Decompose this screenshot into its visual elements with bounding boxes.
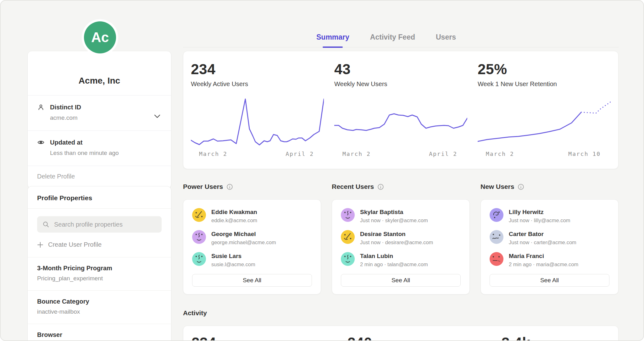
user-avatar: .fd{fill:rgba(45,45,45,.8)}.fs{fill:none… <box>490 208 503 222</box>
property-row[interactable]: Bounce Categoryinactive-mailbox <box>28 290 171 324</box>
user-list-item[interactable]: .fd{fill:rgba(45,45,45,.8)}.fs{fill:none… <box>192 208 312 223</box>
summary-stats-card: 234Weekly Active UsersMarch 2April 243We… <box>183 51 619 169</box>
activity-stat-value: 3.4k <box>502 334 530 341</box>
sparkline-chart <box>191 98 324 146</box>
section-title: Recent Users <box>332 183 374 190</box>
user-text: Lilly HerwitzJust now · lilly@acme.com <box>509 208 570 223</box>
avatar-face: .fd{fill:rgba(45,45,45,.8)}.fs{fill:none… <box>341 208 355 222</box>
sparkline-svg <box>478 98 611 146</box>
activity-title: Activity <box>183 309 207 317</box>
section-title: New Users <box>480 183 514 190</box>
profile-sidebar: Ac Acme, Inc Distinct ID acme.com <box>27 1 172 340</box>
user-meta: george.michael@acme.com <box>211 239 276 245</box>
delete-profile-button[interactable]: Delete Profile <box>37 173 75 180</box>
delete-profile-row: Delete Profile <box>28 166 171 188</box>
updated-at-row: Updated at Less than one minute ago <box>28 130 171 166</box>
sparkline-svg <box>191 98 324 146</box>
user-name: Carter Bator <box>509 230 576 238</box>
user-meta: susie.l@acme.com <box>211 261 255 267</box>
app-window: Ac Acme, Inc Distinct ID acme.com <box>0 0 644 341</box>
section-header-new-users: New Users <box>480 183 619 190</box>
user-meta: Just now · skyler@acme.com <box>360 217 428 223</box>
tab-users[interactable]: Users <box>435 33 457 47</box>
activity-stat-value: 234 <box>192 334 216 341</box>
search-input[interactable] <box>53 221 156 228</box>
user-text: Carter BatorJust now · carter@acme.com <box>509 230 576 245</box>
see-all-button[interactable]: See All <box>192 274 312 287</box>
user-list-item[interactable]: .fd{fill:rgba(45,45,45,.8)}.fs{fill:none… <box>341 252 461 267</box>
user-name: Lilly Herwitz <box>509 208 570 216</box>
chevron-down-icon[interactable] <box>153 113 162 120</box>
info-icon[interactable] <box>518 184 524 190</box>
user-meta: Just now · desirare@acme.com <box>360 239 433 245</box>
tab-bar: SummaryActivity FeedUsers <box>183 1 619 47</box>
tab-activity-feed[interactable]: Activity Feed <box>369 33 416 47</box>
distinct-id-row[interactable]: Distinct ID acme.com <box>28 95 171 130</box>
user-list-item[interactable]: .fd{fill:rgba(45,45,45,.8)}.fs{fill:none… <box>490 208 609 223</box>
avatar-face: .fd{fill:rgba(45,45,45,.8)}.fs{fill:none… <box>341 252 355 266</box>
user-name: Skylar Baptista <box>360 208 428 216</box>
axis-label-left: March 2 <box>342 151 371 157</box>
axis-label-left: March 2 <box>199 151 227 157</box>
tab-label: Users <box>436 33 456 41</box>
field-value: acme.com <box>50 114 162 121</box>
avatar-face: .fd{fill:rgba(45,45,45,.8)}.fs{fill:none… <box>192 230 206 244</box>
avatar-face: .fd{fill:rgba(45,45,45,.8)}.fs{fill:none… <box>490 208 503 222</box>
sparkline-chart <box>478 98 611 146</box>
axis-label-right: April 2 <box>429 151 457 157</box>
user-name: Desirae Stanton <box>360 230 433 238</box>
user-name: Talan Lubin <box>360 252 428 260</box>
user-list-item[interactable]: .fd{fill:rgba(45,45,45,.8)}.fs{fill:none… <box>341 230 461 245</box>
company-avatar: Ac <box>84 21 116 53</box>
user-text: Talan Lubin2 min ago · talan@acme.com <box>360 252 428 267</box>
user-meta: Just now · carter@acme.com <box>509 239 576 245</box>
section-header-power-users: Power Users <box>183 183 321 190</box>
profile-properties-search[interactable] <box>37 216 162 233</box>
user-meta: 2 min ago · talan@acme.com <box>360 261 428 267</box>
user-list-item[interactable]: .fd{fill:rgba(45,45,45,.8)}.fs{fill:none… <box>192 252 312 267</box>
property-value: Pricing_plan_experiment <box>37 275 162 282</box>
property-value: inactive-mailbox <box>37 308 162 315</box>
property-row[interactable]: 3-Month Pricing ProgramPricing_plan_expe… <box>28 257 171 290</box>
main-content: SummaryActivity FeedUsers 234Weekly Acti… <box>183 1 619 340</box>
user-avatar: .fd{fill:rgba(45,45,45,.8)}.fs{fill:none… <box>490 252 503 266</box>
stat-column: 25%Week 1 New User RetentionMarch 2March… <box>478 61 611 162</box>
stat-value: 25% <box>478 61 611 78</box>
create-user-profile-button[interactable]: Create User Profile <box>37 241 102 248</box>
stat-value: 43 <box>334 61 467 78</box>
user-name: Eddie Kwakman <box>211 208 257 216</box>
section-title: Power Users <box>183 183 223 190</box>
section-header-recent-users: Recent Users <box>332 183 470 190</box>
user-text: Skylar BaptistaJust now · skyler@acme.co… <box>360 208 428 223</box>
user-meta: Just now · lilly@acme.com <box>509 217 570 223</box>
field-label: Updated at <box>50 139 82 146</box>
tab-summary[interactable]: Summary <box>316 33 350 47</box>
see-all-button[interactable]: See All <box>341 274 461 287</box>
avatar-face: .fd{fill:rgba(45,45,45,.8)}.fs{fill:none… <box>490 230 503 244</box>
tab-label: Activity Feed <box>370 33 415 41</box>
property-name: 3-Month Pricing Program <box>37 265 162 272</box>
user-list-item[interactable]: .fd{fill:rgba(45,45,45,.8)}.fs{fill:none… <box>490 252 609 267</box>
user-avatar: .fd{fill:rgba(45,45,45,.8)}.fs{fill:none… <box>192 230 206 244</box>
x-axis-labels: March 2April 2 <box>191 146 324 157</box>
user-list-item[interactable]: .fd{fill:rgba(45,45,45,.8)}.fs{fill:none… <box>341 208 461 223</box>
user-text: Susie Larssusie.l@acme.com <box>211 252 255 267</box>
company-name: Acme, Inc <box>28 51 171 95</box>
see-all-button[interactable]: See All <box>490 274 609 287</box>
user-name: Susie Lars <box>211 252 255 260</box>
create-user-profile-label: Create User Profile <box>48 241 102 248</box>
user-list-item[interactable]: .fd{fill:rgba(45,45,45,.8)}.fs{fill:none… <box>490 230 609 245</box>
search-icon <box>42 221 49 228</box>
info-icon[interactable] <box>226 184 233 190</box>
property-row[interactable]: BrowserChrome <box>28 324 171 341</box>
company-profile-card: Acme, Inc Distinct ID acme.com <box>27 51 171 189</box>
user-avatar: .fd{fill:rgba(45,45,45,.8)}.fs{fill:none… <box>341 230 355 244</box>
info-icon[interactable] <box>377 184 384 190</box>
stat-column: 43Weekly New UsersMarch 2April 2 <box>334 61 467 162</box>
user-list-item[interactable]: .fd{fill:rgba(45,45,45,.8)}.fs{fill:none… <box>192 230 312 245</box>
person-icon <box>37 103 45 111</box>
user-avatar: .fd{fill:rgba(45,45,45,.8)}.fs{fill:none… <box>490 230 503 244</box>
profile-properties-card: Profile Properties Create User Profile <box>27 186 171 341</box>
stat-label: Week 1 New User Retention <box>478 80 611 88</box>
field-value: Less than one minute ago <box>50 150 162 157</box>
